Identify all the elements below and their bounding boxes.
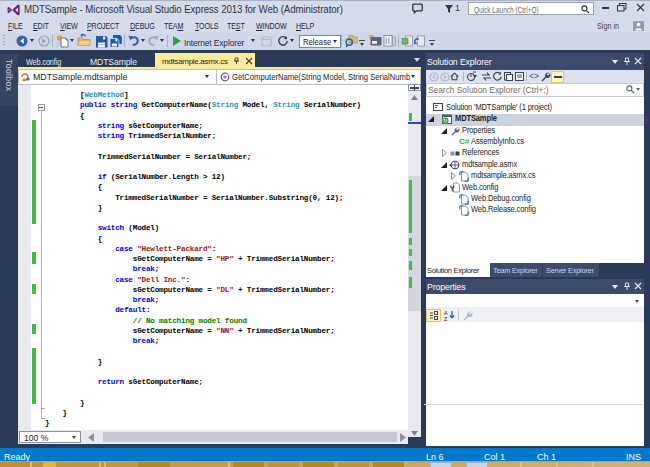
svg-text:Z: Z	[444, 315, 448, 321]
